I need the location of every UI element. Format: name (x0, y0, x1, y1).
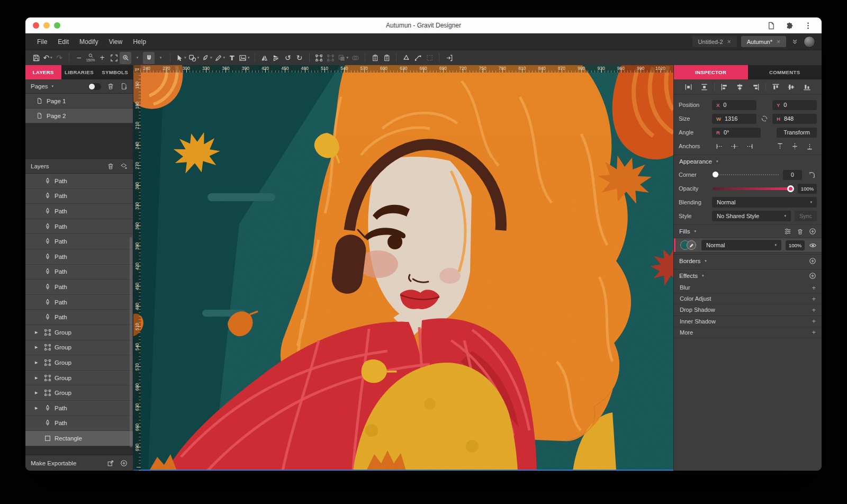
layer-row-path[interactable]: Path (25, 310, 133, 325)
add-drop-shadow-icon[interactable]: + (812, 307, 816, 313)
menu-edit[interactable]: Edit (52, 38, 74, 46)
kebab-menu-icon[interactable] (804, 22, 812, 30)
eyedropper-icon[interactable] (687, 240, 696, 250)
ungroup-button[interactable] (325, 52, 337, 64)
position-x-field[interactable]: X0 (712, 100, 756, 110)
appearance-header[interactable]: Appearance ▾ (674, 155, 822, 168)
anchor-bottom-icon[interactable] (806, 142, 814, 150)
fit-screen-button[interactable] (108, 52, 120, 64)
make-exportable-bar[interactable]: Make Exportable (25, 455, 133, 471)
menu-view[interactable]: View (103, 38, 128, 46)
flip-vertical-button[interactable] (271, 52, 282, 64)
add-color-adjust-icon[interactable]: + (812, 295, 816, 302)
fill-row[interactable]: Normal▾ 100% (674, 238, 822, 253)
canvas-viewport[interactable]: 2402703003303603904204504805105405706006… (133, 65, 673, 471)
zoom-in-button[interactable]: + (96, 52, 108, 64)
pencil-tool-button[interactable]: ▾ (213, 52, 227, 64)
add-fill-icon[interactable] (809, 228, 816, 235)
zoom-out-button[interactable]: − (73, 52, 85, 64)
redo-button[interactable]: ↷ (53, 52, 65, 64)
export-image-icon[interactable] (107, 460, 114, 467)
layer-row-group[interactable]: ▶Group (25, 325, 133, 340)
anchor-left-icon[interactable] (716, 142, 724, 150)
anchor-right-icon[interactable] (745, 142, 753, 150)
rotate-cw-button[interactable]: ↻ (294, 52, 305, 64)
extension-puzzle-icon[interactable] (786, 22, 794, 30)
connector-button[interactable] (412, 52, 424, 64)
layer-row-group[interactable]: ▶Group (25, 371, 133, 386)
effects-header[interactable]: Effects ▾ (674, 269, 822, 282)
horizontal-ruler[interactable]: 2402703003303603904204504805105405706006… (133, 65, 673, 73)
save-button[interactable] (30, 52, 42, 64)
opacity-value-field[interactable]: 100% (798, 184, 817, 194)
anchor-center-icon[interactable] (731, 142, 738, 150)
add-page-icon[interactable] (120, 83, 128, 90)
expand-arrow-icon[interactable]: ▶ (35, 361, 41, 365)
layer-row-group[interactable]: ▶Group (25, 385, 133, 401)
snap-chevron[interactable]: ▾ (155, 52, 166, 64)
fill-options-icon[interactable] (784, 228, 791, 235)
convert-path-button[interactable] (400, 52, 412, 64)
anchor-top-icon[interactable] (776, 142, 784, 150)
layer-row-path[interactable]: ▶Path (25, 401, 133, 416)
layer-row-path[interactable]: Path (25, 416, 133, 431)
delete-layer-icon[interactable] (107, 163, 114, 170)
size-width-field[interactable]: W1316 (712, 114, 756, 124)
layer-row-path[interactable]: Path (25, 295, 133, 310)
add-border-icon[interactable] (809, 257, 816, 265)
pages-header[interactable]: Pages ▾ (25, 79, 133, 94)
pages-chevron-icon[interactable]: ▾ (52, 84, 54, 88)
layers-scrollbar[interactable] (130, 237, 132, 447)
distribute-horizontal-icon[interactable] (681, 83, 696, 91)
fill-visibility-eye-icon[interactable] (809, 241, 817, 249)
text-tool-button[interactable]: T (226, 52, 238, 64)
close-tab-icon[interactable]: × (727, 39, 731, 45)
menu-help[interactable]: Help (128, 38, 151, 46)
layer-row-group[interactable]: ▶Group (25, 340, 133, 356)
snap-magnet-button[interactable] (143, 52, 155, 64)
distribute-vertical-icon[interactable] (696, 83, 711, 91)
expand-arrow-icon[interactable]: ▶ (35, 330, 41, 335)
layer-row-path[interactable]: Path (25, 265, 133, 280)
close-tab-icon[interactable]: × (777, 39, 780, 45)
add-export-icon[interactable] (120, 460, 128, 467)
effect-row-drop-shadow[interactable]: Drop Shadow+ (674, 304, 822, 316)
align-center-horizontal-icon[interactable] (732, 83, 747, 91)
blending-dropdown[interactable]: Normal▾ (712, 197, 817, 208)
layer-row-path[interactable]: Path (25, 219, 133, 235)
add-blur-icon[interactable]: + (812, 284, 816, 291)
add-more-icon[interactable]: + (812, 329, 816, 336)
fill-color-swatch[interactable] (680, 240, 697, 250)
doc-tab-untitled-2[interactable]: Untitled-2× (692, 36, 737, 47)
effect-row-blur[interactable]: Blur+ (674, 282, 822, 293)
corner-value-field[interactable]: 0 (783, 170, 802, 180)
fills-header[interactable]: Fills ▾ (674, 224, 822, 238)
layer-row-path[interactable]: Path (25, 204, 133, 219)
style-dropdown[interactable]: No Shared Style▾ (712, 211, 791, 221)
link-dimensions-icon[interactable] (760, 115, 769, 122)
compound-button[interactable] (349, 52, 361, 64)
transform-button[interactable]: Transform (777, 128, 817, 138)
shape-tool-button[interactable]: ▾ (187, 52, 201, 64)
tab-inspector[interactable]: INSPECTOR (674, 65, 748, 79)
export-button[interactable] (443, 52, 455, 64)
zoom-tool-chevron[interactable]: ▾ (131, 52, 143, 64)
tab-overflow-icon[interactable] (791, 38, 798, 45)
pointer-tool-button[interactable]: ▾ (174, 52, 187, 64)
vertical-ruler[interactable]: 1501802102402703003303603904204504805105… (133, 73, 141, 471)
expand-arrow-icon[interactable]: ▶ (35, 376, 41, 380)
angle-field[interactable]: R0° (712, 128, 761, 138)
fill-opacity-field[interactable]: 100% (786, 240, 805, 250)
pen-tool-button[interactable]: ▾ (200, 52, 213, 64)
align-bottom-icon[interactable] (799, 83, 815, 91)
undo-button[interactable]: ↶▾ (42, 52, 53, 64)
opacity-slider[interactable] (713, 187, 794, 190)
expand-arrow-icon[interactable]: ▶ (35, 391, 41, 395)
marquee-button[interactable] (424, 52, 435, 64)
layer-row-path[interactable]: Path (25, 189, 133, 204)
tab-comments[interactable]: COMMENTS (748, 65, 822, 79)
expand-arrow-icon[interactable]: ▶ (35, 406, 41, 410)
align-left-icon[interactable] (717, 83, 732, 91)
doc-tab-autumun-[interactable]: Autumun*× (741, 36, 786, 47)
effect-row-inner-shadow[interactable]: Inner Shadow+ (674, 316, 822, 327)
